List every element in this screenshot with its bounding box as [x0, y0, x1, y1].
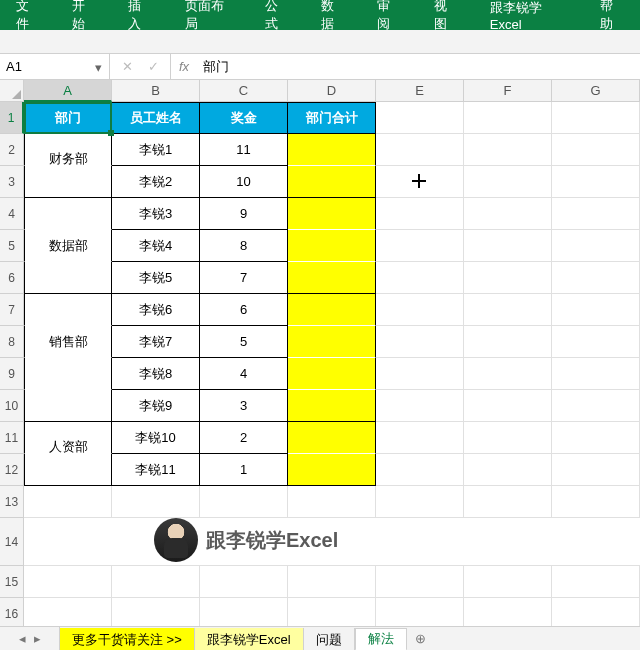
new-sheet-button[interactable]: ⊕ — [407, 627, 435, 650]
cell-d12[interactable] — [288, 454, 376, 486]
cell[interactable] — [376, 566, 464, 598]
select-all-triangle[interactable] — [0, 80, 24, 102]
cell-c8[interactable]: 5 — [200, 326, 288, 358]
cell-a1[interactable]: 部门 — [24, 102, 112, 134]
cell[interactable] — [464, 358, 552, 390]
cell[interactable] — [376, 102, 464, 134]
row-header[interactable]: 2 — [0, 134, 24, 166]
ribbon-tab-custom[interactable]: 跟李锐学Excel — [474, 0, 584, 30]
cell[interactable] — [464, 198, 552, 230]
cell[interactable] — [376, 230, 464, 262]
cell-d2[interactable] — [288, 134, 376, 166]
cell-b11[interactable]: 李锐10 — [112, 422, 200, 454]
col-header-c[interactable]: C — [200, 80, 288, 102]
cell-b6[interactable]: 李锐5 — [112, 262, 200, 294]
cell-b8[interactable]: 李锐7 — [112, 326, 200, 358]
cell[interactable] — [552, 262, 640, 294]
cell-d7[interactable] — [288, 294, 376, 326]
row-header[interactable]: 5 — [0, 230, 24, 262]
cell[interactable] — [376, 422, 464, 454]
sheet-tab-solution[interactable]: 解法 — [355, 628, 407, 650]
cell[interactable] — [376, 262, 464, 294]
cancel-icon[interactable]: ✕ — [118, 59, 136, 74]
cell-a4[interactable] — [24, 198, 112, 230]
cell[interactable] — [376, 294, 464, 326]
cell[interactable] — [552, 294, 640, 326]
cell[interactable] — [112, 486, 200, 518]
cell-a9[interactable] — [24, 358, 112, 390]
sheet-nav-next-icon[interactable]: ▸ — [34, 631, 41, 646]
ribbon-tab-data[interactable]: 数据 — [305, 0, 361, 30]
cell[interactable] — [464, 422, 552, 454]
cell[interactable] — [376, 454, 464, 486]
sheet-tab-problem[interactable]: 问题 — [304, 628, 355, 650]
cell[interactable] — [464, 294, 552, 326]
cell[interactable] — [464, 454, 552, 486]
cell[interactable] — [464, 134, 552, 166]
col-header-b[interactable]: B — [112, 80, 200, 102]
cell[interactable] — [288, 486, 376, 518]
cell-d3[interactable] — [288, 166, 376, 198]
cell[interactable] — [552, 102, 640, 134]
cell[interactable] — [24, 566, 112, 598]
ribbon-tab-view[interactable]: 视图 — [418, 0, 474, 30]
row-header[interactable]: 3 — [0, 166, 24, 198]
cell-b2[interactable]: 李锐1 — [112, 134, 200, 166]
cell[interactable] — [376, 358, 464, 390]
cell[interactable] — [24, 486, 112, 518]
cell-a7[interactable] — [24, 294, 112, 326]
cell[interactable] — [552, 358, 640, 390]
ribbon-tab-help[interactable]: 帮助 — [584, 0, 640, 30]
ribbon-tab-file[interactable]: 文件 — [0, 0, 56, 30]
cell-b3[interactable]: 李锐2 — [112, 166, 200, 198]
cell[interactable] — [376, 134, 464, 166]
cell-b5[interactable]: 李锐4 — [112, 230, 200, 262]
cell-b9[interactable]: 李锐8 — [112, 358, 200, 390]
cell[interactable] — [464, 566, 552, 598]
sheet-tab-main[interactable]: 跟李锐学Excel — [195, 628, 304, 650]
cell-c7[interactable]: 6 — [200, 294, 288, 326]
cell[interactable] — [464, 166, 552, 198]
cell-d4[interactable] — [288, 198, 376, 230]
name-box-dropdown-icon[interactable]: ▾ — [91, 60, 105, 74]
cell-a3-merged-finance[interactable]: 财务部 — [24, 166, 112, 198]
cell-a10[interactable] — [24, 390, 112, 422]
cell-a5-merged-data[interactable]: 数据部 — [24, 230, 112, 262]
cell-d6[interactable] — [288, 262, 376, 294]
sheet-nav-buttons[interactable]: ◂ ▸ — [0, 627, 60, 650]
cell-c5[interactable]: 8 — [200, 230, 288, 262]
enter-icon[interactable]: ✓ — [144, 59, 162, 74]
cell-c10[interactable]: 3 — [200, 390, 288, 422]
cell-d5[interactable] — [288, 230, 376, 262]
cell[interactable] — [376, 390, 464, 422]
ribbon-tab-insert[interactable]: 插入 — [112, 0, 168, 30]
name-box[interactable]: A1 ▾ — [0, 54, 110, 79]
row-header[interactable]: 11 — [0, 422, 24, 454]
cell[interactable] — [552, 230, 640, 262]
cell[interactable] — [464, 486, 552, 518]
cell-b1[interactable]: 员工姓名 — [112, 102, 200, 134]
row-header[interactable]: 7 — [0, 294, 24, 326]
cell[interactable] — [200, 566, 288, 598]
worksheet-grid[interactable]: A B C D E F G 1 部门 员工姓名 奖金 部门合计 2 李锐1 11 — [0, 80, 640, 620]
row-header[interactable]: 4 — [0, 198, 24, 230]
cell-c4[interactable]: 9 — [200, 198, 288, 230]
cell-b7[interactable]: 李锐6 — [112, 294, 200, 326]
cell-a12-merged-hr[interactable]: 人资部 — [24, 454, 112, 486]
row-header[interactable]: 1 — [0, 102, 24, 134]
ribbon-tab-review[interactable]: 审阅 — [361, 0, 417, 30]
cell[interactable] — [552, 422, 640, 454]
row-header[interactable]: 6 — [0, 262, 24, 294]
cell[interactable] — [552, 486, 640, 518]
row-header[interactable]: 12 — [0, 454, 24, 486]
row-header[interactable]: 14 — [0, 518, 24, 566]
fx-icon[interactable]: fx — [171, 54, 197, 79]
cell-c2[interactable]: 11 — [200, 134, 288, 166]
cell-c6[interactable]: 7 — [200, 262, 288, 294]
cell-c9[interactable]: 4 — [200, 358, 288, 390]
col-header-a[interactable]: A — [24, 80, 112, 102]
row-header[interactable]: 9 — [0, 358, 24, 390]
cell[interactable] — [464, 326, 552, 358]
ribbon-tab-home[interactable]: 开始 — [56, 0, 112, 30]
cell[interactable] — [552, 166, 640, 198]
